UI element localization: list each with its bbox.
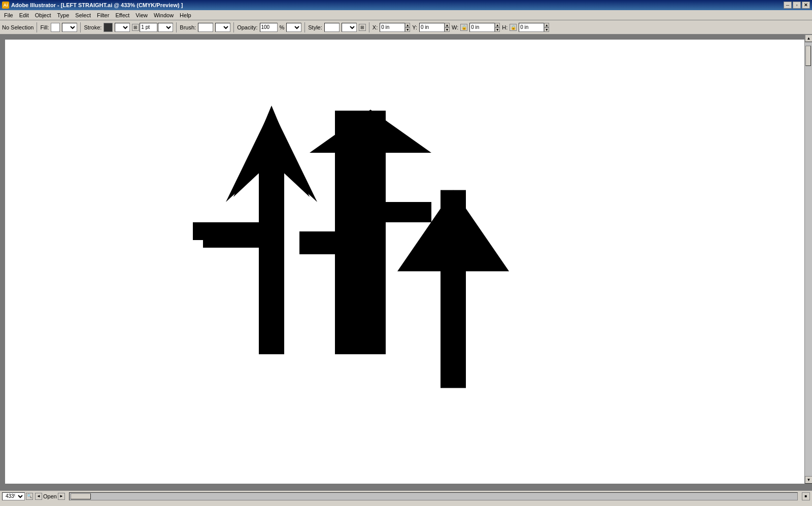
title-bar: Ai Adobe Illustrator - [LEFT STRAIGHT.ai… (0, 0, 812, 10)
title-bar-left: Ai Adobe Illustrator - [LEFT STRAIGHT.ai… (2, 2, 183, 9)
zoom-dropdown[interactable]: 433% (2, 492, 25, 500)
x-spin-up[interactable]: ▲ (405, 23, 410, 27)
menu-view[interactable]: View (132, 11, 151, 19)
menu-effect[interactable]: Effect (112, 11, 132, 19)
separator-5 (304, 22, 305, 32)
menu-help[interactable]: Help (177, 11, 194, 19)
page-next-button[interactable]: ► (58, 493, 65, 500)
h-spin-down[interactable]: ▼ (544, 27, 549, 32)
menu-type[interactable]: Type (54, 11, 73, 19)
opacity-input[interactable] (260, 23, 278, 32)
stroke-size-input[interactable] (140, 23, 157, 32)
h-input-group: ▲ ▼ (519, 23, 549, 32)
vertical-scrollbar[interactable]: ▲ ▼ (804, 35, 812, 484)
w-spinner: ▲ ▼ (495, 23, 500, 32)
w-label: W: (452, 24, 458, 30)
y-label: Y: (412, 24, 417, 30)
x-spin-down[interactable]: ▼ (405, 27, 410, 32)
menu-select[interactable]: Select (72, 11, 94, 19)
y-input[interactable] (419, 23, 445, 32)
fill-swatch[interactable] (51, 23, 60, 32)
menu-window[interactable]: Window (151, 11, 177, 19)
stroke-dropdown[interactable] (115, 23, 130, 32)
svg-marker-2 (310, 110, 431, 153)
h-label: H: (502, 24, 507, 30)
selection-status: No Selection (2, 24, 33, 30)
stroke-swatch[interactable] (104, 23, 113, 32)
style-label: Style: (308, 24, 322, 30)
opacity-dropdown[interactable] (286, 23, 301, 32)
x-spinner: ▲ ▼ (405, 23, 410, 32)
fill-label: Fill: (40, 24, 49, 30)
separator-2 (80, 22, 81, 32)
separator-4 (233, 22, 234, 32)
app-icon: Ai (2, 2, 9, 9)
menu-object[interactable]: Object (32, 11, 54, 19)
menu-edit[interactable]: Edit (16, 11, 32, 19)
page-navigation: ◄ Open ► (35, 493, 65, 500)
menu-file[interactable]: File (1, 11, 16, 19)
title-text: Adobe Illustrator - [LEFT STRAIGHT.ai @ … (11, 2, 183, 8)
w-spin-down[interactable]: ▼ (495, 27, 500, 32)
bottom-bar: 433% 🔍 ◄ Open ► ■ (0, 484, 812, 501)
separator-3 (176, 22, 177, 32)
stroke-size-group: ⊞ (132, 23, 173, 32)
h-input[interactable] (519, 23, 544, 32)
style-input[interactable] (324, 23, 340, 32)
horizontal-scrollbar-track[interactable] (69, 492, 798, 500)
brush-input[interactable] (198, 23, 213, 32)
status-corner: ■ (802, 492, 810, 500)
fill-dropdown[interactable] (62, 23, 77, 32)
stroke-size-icon: ⊞ (132, 24, 139, 31)
svg-rect-3 (358, 153, 383, 348)
title-controls: ─ ▫ ✕ (784, 2, 810, 9)
toolbar: No Selection Fill: Stroke: ⊞ Brush: Opac… (0, 20, 812, 35)
x-label: X: (373, 24, 378, 30)
menu-filter[interactable]: Filter (94, 11, 112, 19)
w-input-group: ▲ ▼ (469, 23, 500, 32)
style-dropdown[interactable] (342, 23, 357, 32)
scroll-up-button[interactable]: ▲ (805, 35, 812, 42)
brush-label: Brush: (180, 24, 196, 30)
brush-dropdown[interactable] (215, 23, 230, 32)
h-spinner: ▲ ▼ (544, 23, 549, 32)
page-prev-button[interactable]: ◄ (35, 493, 42, 500)
x-input-group: ▲ ▼ (380, 23, 410, 32)
opacity-percent: % (280, 24, 285, 30)
y-spin-up[interactable]: ▲ (445, 23, 450, 27)
separator-1 (37, 22, 37, 32)
scroll-down-button[interactable]: ▼ (805, 476, 812, 484)
y-spin-down[interactable]: ▼ (445, 27, 450, 32)
svg-rect-4 (299, 231, 358, 254)
lock-icon[interactable]: 🔒 (460, 24, 467, 31)
horizontal-scrollbar-thumb[interactable] (71, 493, 91, 499)
scroll-thumb-vertical[interactable] (805, 46, 811, 66)
main-area: ▲ ▼ 433% 🔍 ◄ Open ► ■ (0, 35, 812, 501)
page-status: Open (43, 493, 57, 499)
y-spinner: ▲ ▼ (445, 23, 450, 32)
restore-button[interactable]: ▫ (793, 2, 801, 9)
h-spin-up[interactable]: ▲ (544, 23, 549, 27)
zoom-icon[interactable]: 🔍 (26, 493, 33, 500)
minimize-button[interactable]: ─ (784, 2, 792, 9)
scroll-track-vertical (805, 42, 812, 476)
status-bar: 433% 🔍 ◄ Open ► ■ (0, 490, 812, 501)
zoom-control: 433% 🔍 (2, 492, 33, 500)
w-input[interactable] (469, 23, 495, 32)
menu-bar: File Edit Object Type Select Filter Effe… (0, 10, 812, 20)
stroke-label: Stroke: (84, 24, 101, 30)
stroke-size-dropdown[interactable] (158, 23, 173, 32)
x-input[interactable] (380, 23, 405, 32)
y-input-group: ▲ ▼ (419, 23, 450, 32)
opacity-label: Opacity: (237, 24, 257, 30)
close-button[interactable]: ✕ (802, 2, 810, 9)
style-icon: ⊞ (359, 24, 366, 31)
w-spin-up[interactable]: ▲ (495, 23, 500, 27)
main-arrow-shape (299, 110, 442, 348)
lock-h-icon[interactable]: 🔒 (510, 24, 517, 31)
separator-6 (369, 22, 369, 32)
